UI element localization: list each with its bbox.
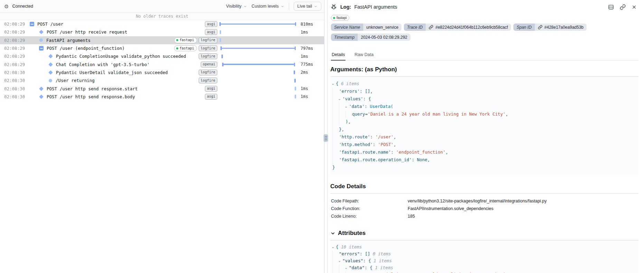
badge-label: Service Name	[331, 24, 363, 31]
chevron-down-icon	[281, 4, 284, 8]
collapse-minus-square-icon[interactable]	[30, 22, 34, 26]
code-line: "query": "Daniel is a 24 year old man li…	[332, 271, 638, 273]
duration-tick	[220, 30, 221, 34]
trace-timestamp: 02:08:29	[0, 46, 30, 51]
service-tag-fastapi[interactable]: fastapi	[331, 15, 349, 21]
collapse-caret-icon[interactable]: ⌄	[338, 257, 342, 264]
trace-span-label: POST /user http receive request	[47, 29, 127, 35]
indent-guide	[332, 264, 339, 271]
trace-row[interactable]: 02:08:29POST /user http receive requesta…	[0, 28, 324, 36]
collapse-caret-icon[interactable]: ⌄	[331, 80, 336, 88]
trace-span: POST /user http receive request	[30, 29, 205, 35]
code-token: "query"	[352, 271, 370, 273]
trace-badges: logfire	[199, 78, 217, 83]
trace-row[interactable]: 02:08:30POST /user http send response.st…	[0, 84, 324, 92]
span-id-badge[interactable]: Span ID #428e17a0ea9ad53b	[513, 24, 587, 31]
scope-badge[interactable]: logfire	[199, 78, 217, 83]
code-token: :	[373, 141, 378, 148]
code-details-table: Code Filepath:venv/lib/python3.12/site-p…	[330, 194, 638, 220]
code-token: 'fastapi.route.name'	[339, 148, 391, 156]
code-detail-label: Code Filepath:	[331, 197, 408, 205]
split-view-icon[interactable]	[608, 4, 614, 10]
service-badge[interactable]: fastapi	[174, 45, 197, 51]
trace-row[interactable]: 02:08:29FastAPI argumentsfastapilogfire	[0, 36, 324, 44]
live-tail-dropdown[interactable]: Live tail	[294, 2, 321, 11]
header-divider	[289, 2, 289, 10]
span-diamond-icon	[48, 70, 53, 75]
scope-badge[interactable]: asgi	[205, 29, 217, 35]
scope-badge[interactable]: asgi	[205, 86, 217, 92]
panel-splitter	[324, 0, 328, 273]
badge-value: #428e17a0ea9ad53b	[544, 25, 584, 30]
copy-link-icon[interactable]	[620, 4, 626, 10]
indent-guide	[332, 118, 339, 126]
duration-label: 1ms	[298, 54, 324, 59]
code-line: ⌄'values': {	[332, 95, 638, 103]
collapse-caret-icon[interactable]: ⌄	[344, 264, 349, 271]
visibility-dropdown[interactable]: Visibility	[226, 4, 247, 9]
scope-badge[interactable]: asgi	[205, 21, 217, 27]
duration-track	[220, 84, 298, 92]
span-diamond-icon	[48, 62, 53, 67]
code-line: query='Daniel is a 24 year old man livin…	[332, 110, 638, 118]
chevron-down-icon	[330, 231, 335, 236]
code-token: 'endpoint_function'	[396, 148, 446, 156]
scope-badge[interactable]: logfire	[199, 70, 217, 75]
trace-row[interactable]: 02:08:29Chat Completion with 'gpt-3.5-tu…	[0, 60, 324, 68]
indent-guide	[332, 110, 339, 118]
scope-badge[interactable]: logfire	[199, 37, 217, 43]
trace-row[interactable]: 02:08:30/User returninglogfire	[0, 76, 324, 84]
duration-track	[220, 60, 298, 68]
trace-id-badge[interactable]: Trace ID #e8224d24d41f064b112c6eb9cb58ca…	[404, 24, 511, 31]
code-token: :	[391, 148, 396, 156]
service-badge-label: fastapi	[180, 38, 194, 42]
settings-gear-icon[interactable]: ⚙	[4, 4, 9, 9]
tab-raw-data[interactable]: Raw Data	[354, 51, 374, 61]
scope-badge[interactable]: logfire	[199, 53, 217, 59]
trace-row[interactable]: 02:08:29POST /userasgi810ms	[0, 20, 324, 28]
span-diamond-icon	[48, 54, 53, 58]
duration-tick	[220, 38, 221, 42]
code-token: 'http.method'	[339, 141, 373, 148]
collapse-caret-icon[interactable]: ⌄	[338, 95, 342, 103]
service-badge[interactable]: fastapi	[174, 37, 197, 43]
code-token: : {	[364, 264, 375, 271]
duration-label: 810ms	[298, 22, 324, 27]
log-circle-icon	[49, 79, 52, 82]
duration-tick	[295, 95, 296, 99]
duration-label: 797ms	[298, 46, 324, 51]
duration-bar	[221, 48, 295, 49]
scope-badge[interactable]: logfire	[199, 45, 217, 51]
code-detail-value: venv/lib/python3.12/site-packages/logfir…	[408, 197, 547, 205]
trace-timestamp: 02:08:29	[0, 54, 30, 59]
collapse-minus-square-icon[interactable]	[39, 46, 44, 51]
collapse-caret-icon[interactable]: ⌄	[344, 103, 349, 110]
trace-badges: fastapilogfire	[174, 37, 217, 43]
collapse-caret-icon[interactable]: ⌄	[331, 244, 336, 251]
code-line: ),	[332, 118, 638, 126]
trace-row[interactable]: 02:08:29Pydantic CompletionUsage validat…	[0, 52, 324, 60]
trace-span: Pydantic UserDetail validate_json succee…	[30, 70, 199, 75]
trace-panel-header: ⚙ Connected Visibility Custom levels Liv…	[0, 0, 324, 13]
duration-track	[220, 44, 298, 52]
code-line: ⌄"values": { 1 items	[332, 257, 638, 264]
scope-badge[interactable]: asgi	[205, 94, 217, 100]
code-token: ,	[505, 110, 508, 118]
code-line: ⌄"data": { 1 items	[332, 264, 638, 271]
indent-guide	[332, 141, 339, 148]
custom-levels-dropdown[interactable]: Custom levels	[252, 4, 284, 9]
trace-span: POST /user	[30, 21, 205, 27]
trace-timestamp: 02:08:29	[0, 21, 30, 27]
tab-details[interactable]: Details	[331, 51, 345, 61]
trace-row[interactable]: 02:08:29POST /user (endpoint_function)fa…	[0, 44, 324, 52]
splitter-drag-handle-icon[interactable]	[324, 134, 328, 142]
close-icon[interactable]	[632, 4, 637, 10]
attributes-section-toggle[interactable]: Attributes	[330, 230, 638, 240]
trace-row[interactable]: 02:08:30Pydantic UserDetail validate_jso…	[0, 69, 324, 76]
code-token: 6 items	[341, 80, 359, 88]
trace-timestamp: 02:08:29	[0, 38, 30, 43]
trace-span-label: /User returning	[56, 78, 95, 83]
span-diamond-icon	[39, 87, 44, 91]
scope-badge[interactable]: openai	[201, 62, 217, 67]
trace-row[interactable]: 02:08:30POST /user http send response.bo…	[0, 93, 324, 101]
